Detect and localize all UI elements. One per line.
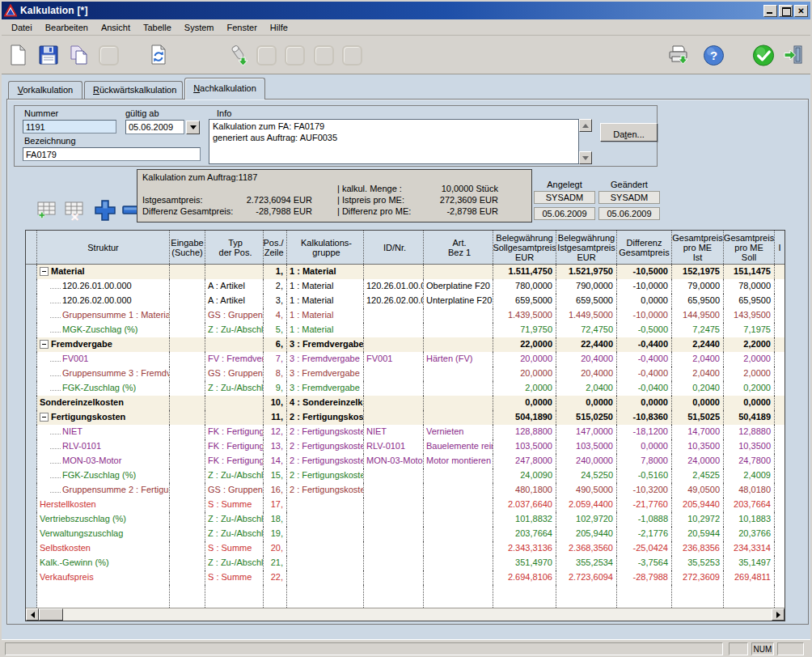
cell-v-3[interactable]: 205,9440 bbox=[672, 498, 724, 512]
cell-gruppe[interactable]: 2 : Fertigungskosten bbox=[287, 483, 364, 498]
cell-eingabe[interactable] bbox=[170, 308, 205, 323]
struktur-cell[interactable]: RLV-0101 bbox=[37, 439, 170, 454]
cell-v-4[interactable]: 7,1975 bbox=[724, 323, 775, 337]
menu-datei[interactable]: Datei bbox=[5, 21, 39, 34]
cell-v-2[interactable]: -0,4000 bbox=[617, 367, 672, 381]
cell-v-1[interactable]: 2.368,3560 bbox=[556, 541, 617, 556]
cell-v-1[interactable]: 490,5000 bbox=[556, 483, 617, 498]
cell-gruppe[interactable]: 1 : Material bbox=[287, 323, 364, 337]
cell-art[interactable] bbox=[424, 512, 493, 527]
cell-pos[interactable]: 15, bbox=[264, 468, 287, 483]
table-row[interactable]: FGK-Zuschlag (%)Z : Zu-/Abschlag9,3 : Fr… bbox=[26, 381, 785, 396]
cell-v-4[interactable]: 24,7800 bbox=[724, 454, 775, 468]
cell-art[interactable] bbox=[424, 541, 493, 556]
save-button[interactable] bbox=[37, 44, 60, 66]
cell-eingabe[interactable] bbox=[170, 396, 205, 410]
row-selector[interactable] bbox=[26, 308, 37, 323]
cell-art[interactable] bbox=[424, 367, 493, 381]
cell-v-3[interactable]: 24,0000 bbox=[672, 454, 724, 468]
cell-v-0[interactable]: 351,4970 bbox=[493, 556, 556, 570]
cell-id[interactable] bbox=[364, 498, 424, 512]
table-row[interactable]: 120.26.02.00.000A : Artikel3,1 : Materia… bbox=[26, 294, 785, 308]
cell-art[interactable]: Oberplatine F20 bbox=[424, 279, 493, 294]
cell-typ[interactable]: S : Summe bbox=[205, 570, 264, 585]
cell-v-4[interactable]: 20,3766 bbox=[724, 527, 775, 541]
cell-eingabe[interactable] bbox=[170, 439, 205, 454]
cell-typ[interactable]: Z : Zu-/Abschlag bbox=[205, 323, 264, 337]
cell-v-0[interactable]: 103,5000 bbox=[493, 439, 556, 454]
cell-gruppe[interactable]: 2 : Fertigungskosten bbox=[287, 468, 364, 483]
copy-button[interactable] bbox=[68, 44, 91, 66]
cell-v-3[interactable]: 272,3609 bbox=[672, 570, 724, 585]
scroll-right-button[interactable] bbox=[772, 608, 785, 621]
table-row[interactable]: Vertriebszuschlag (%)Z : Zu-/Abschlag18,… bbox=[26, 512, 785, 527]
cell-v-1[interactable]: 2,0400 bbox=[556, 381, 617, 396]
cell-v-1[interactable]: 22,4400 bbox=[556, 337, 617, 352]
cell-art[interactable] bbox=[424, 337, 493, 352]
table-row[interactable]: Kalk.-Gewinn (%)Z : Zu-/Abschlag21,351,4… bbox=[26, 556, 785, 570]
cell-gruppe[interactable]: 4 : Sondereinzelkosten bbox=[287, 396, 364, 410]
cell-eingabe[interactable] bbox=[170, 323, 205, 337]
cell-art[interactable]: Unterplatine F20 bbox=[424, 294, 493, 308]
cell-v-0[interactable]: 20,0000 bbox=[493, 367, 556, 381]
cell-v-2[interactable]: -0,4000 bbox=[617, 352, 672, 367]
cell-typ[interactable] bbox=[205, 396, 264, 410]
cell-v-3[interactable]: 10,2972 bbox=[672, 512, 724, 527]
row-selector[interactable] bbox=[26, 381, 37, 396]
cell-v-2[interactable]: -10,0000 bbox=[617, 279, 672, 294]
table-row[interactable]: Gruppensumme 1 : MaterialGS : Gruppensum… bbox=[26, 308, 785, 323]
cell-id[interactable] bbox=[364, 570, 424, 585]
cell-v-4[interactable]: 12,8880 bbox=[724, 425, 775, 439]
horizontal-scrollbar[interactable] bbox=[26, 608, 785, 621]
cell-v-4[interactable]: 0,2000 bbox=[724, 381, 775, 396]
cell-art[interactable] bbox=[424, 396, 493, 410]
titlebar[interactable]: Kalkulation [*] bbox=[2, 2, 810, 19]
cell-pos[interactable]: 2, bbox=[264, 279, 287, 294]
cell-v-2[interactable]: 0,0000 bbox=[617, 439, 672, 454]
cell-id[interactable] bbox=[364, 323, 424, 337]
cell-v-1[interactable]: 102,9720 bbox=[556, 512, 617, 527]
column-header-id-nr[interactable]: ID/Nr. bbox=[364, 231, 424, 264]
table-row[interactable]: Material1,1 : Material1.511,47501.521,97… bbox=[26, 265, 785, 279]
cell-v-4[interactable]: 2,2000 bbox=[724, 337, 775, 352]
cell-gruppe[interactable] bbox=[287, 512, 364, 527]
cell-gruppe[interactable]: 2 : Fertigungskosten bbox=[287, 454, 364, 468]
struktur-cell[interactable]: FV001 bbox=[37, 352, 170, 367]
cell-art[interactable]: Motor montieren bbox=[424, 454, 493, 468]
cell-v-0[interactable]: 0,0000 bbox=[493, 396, 556, 410]
cell-v-4[interactable]: 2,0000 bbox=[724, 352, 775, 367]
cell-v-1[interactable]: 2.723,6094 bbox=[556, 570, 617, 585]
cell-id[interactable] bbox=[364, 367, 424, 381]
cell-typ[interactable]: FK : Fertigungskosten bbox=[205, 454, 264, 468]
cell-v-3[interactable]: 152,1975 bbox=[672, 265, 724, 279]
cell-gruppe[interactable] bbox=[287, 570, 364, 585]
cell-v-1[interactable]: 103,5000 bbox=[556, 439, 617, 454]
cell-typ[interactable]: A : Artikel bbox=[205, 294, 264, 308]
struktur-cell[interactable]: Vertriebszuschlag (%) bbox=[37, 512, 170, 527]
cell-id[interactable]: RLV-0101 bbox=[364, 439, 424, 454]
cell-v-2[interactable]: -0,5000 bbox=[617, 323, 672, 337]
struktur-cell[interactable]: Verwaltungszuschlag bbox=[37, 527, 170, 541]
cell-v-3[interactable]: 2,4525 bbox=[672, 468, 724, 483]
cell-typ[interactable]: Z : Zu-/Abschlag bbox=[205, 512, 264, 527]
cell-pos[interactable]: 12, bbox=[264, 425, 287, 439]
cell-v-4[interactable]: 35,1497 bbox=[724, 556, 775, 570]
cell-v-0[interactable]: 2,0000 bbox=[493, 381, 556, 396]
cell-gruppe[interactable] bbox=[287, 556, 364, 570]
cell-v-0[interactable]: 247,8000 bbox=[493, 454, 556, 468]
cell-gruppe[interactable] bbox=[287, 498, 364, 512]
cell-eingabe[interactable] bbox=[170, 570, 205, 585]
cell-v-4[interactable]: 48,0180 bbox=[724, 483, 775, 498]
struktur-cell[interactable]: Fertigungskosten bbox=[37, 410, 170, 425]
table-row[interactable]: FV001FV : Fremdvergabe7,3 : Fremdvergabe… bbox=[26, 352, 785, 367]
struktur-cell[interactable]: Kalk.-Gewinn (%) bbox=[37, 556, 170, 570]
cell-id[interactable] bbox=[364, 410, 424, 425]
cell-v-4[interactable]: 0,0000 bbox=[724, 396, 775, 410]
cell-eingabe[interactable] bbox=[170, 294, 205, 308]
cell-v-2[interactable]: -0,0400 bbox=[617, 381, 672, 396]
cell-eingabe[interactable] bbox=[170, 468, 205, 483]
cell-v-4[interactable]: 203,7664 bbox=[724, 498, 775, 512]
cell-eingabe[interactable] bbox=[170, 279, 205, 294]
struktur-cell[interactable]: 120.26.02.00.000 bbox=[37, 294, 170, 308]
cell-art[interactable] bbox=[424, 556, 493, 570]
